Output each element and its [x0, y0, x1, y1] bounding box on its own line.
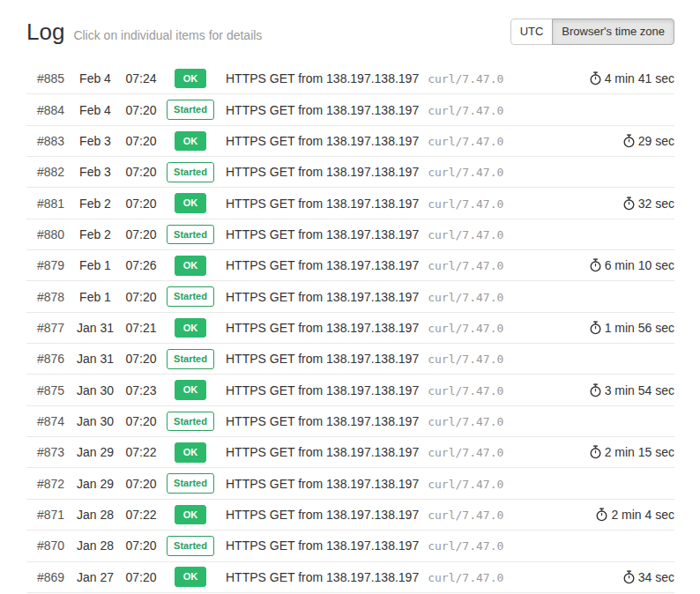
event-description: HTTPS GET from 138.197.138.197 curl/7.47… — [219, 508, 596, 522]
event-duration: 3 min 54 sec — [590, 383, 674, 397]
event-id: #879 — [26, 258, 71, 272]
log-row[interactable]: #876 Jan 31 07:20 Started HTTPS GET from… — [26, 344, 674, 375]
status-badge-cell: Started — [162, 100, 219, 120]
event-description: HTTPS GET from 138.197.138.197 curl/7.47… — [219, 321, 590, 335]
status-badge-cell: Started — [162, 536, 219, 556]
stopwatch-icon — [590, 383, 601, 397]
event-description: HTTPS GET from 138.197.138.197 curl/7.47… — [219, 352, 674, 366]
duration-label: 6 min 10 sec — [605, 258, 674, 272]
log-row[interactable]: #882 Feb 3 07:20 Started HTTPS GET from … — [26, 157, 674, 188]
event-duration: 29 sec — [623, 134, 674, 148]
log-row[interactable]: #880 Feb 2 07:20 Started HTTPS GET from … — [26, 219, 674, 250]
user-agent-text: curl/7.47.0 — [428, 415, 503, 428]
log-row[interactable]: #885 Feb 4 07:24 OK HTTPS GET from 138.1… — [26, 63, 674, 94]
user-agent-text: curl/7.47.0 — [428, 259, 503, 272]
log-page: Log Click on individual items for detail… — [0, 0, 700, 593]
status-badge: OK — [175, 380, 207, 400]
status-badge-cell: OK — [162, 69, 219, 89]
request-text: HTTPS GET from 138.197.138.197 — [226, 197, 419, 211]
status-badge-cell: Started — [162, 349, 219, 369]
event-date: Feb 4 — [71, 71, 120, 85]
utc-button[interactable]: UTC — [510, 19, 554, 45]
user-agent-text: curl/7.47.0 — [428, 353, 503, 366]
event-time: 07:23 — [120, 383, 162, 397]
status-badge-cell: Started — [162, 162, 219, 182]
log-row[interactable]: #881 Feb 2 07:20 OK HTTPS GET from 138.1… — [26, 188, 674, 219]
event-id: #884 — [26, 103, 71, 117]
event-date: Jan 31 — [71, 352, 120, 366]
event-date: Jan 28 — [71, 538, 120, 553]
stopwatch-icon — [623, 197, 635, 211]
log-row[interactable]: #884 Feb 4 07:20 Started HTTPS GET from … — [26, 94, 674, 125]
duration-label: 29 sec — [638, 134, 674, 148]
log-row[interactable]: #877 Jan 31 07:21 OK HTTPS GET from 138.… — [26, 313, 674, 344]
log-row[interactable]: #872 Jan 29 07:20 Started HTTPS GET from… — [26, 468, 674, 499]
stopwatch-icon — [623, 134, 635, 148]
event-id: #874 — [26, 414, 71, 428]
event-time: 07:20 — [120, 227, 162, 241]
event-time: 07:20 — [120, 165, 162, 179]
event-id: #878 — [26, 290, 71, 304]
request-text: HTTPS GET from 138.197.138.197 — [226, 352, 419, 366]
event-date: Feb 2 — [71, 227, 120, 241]
request-text: HTTPS GET from 138.197.138.197 — [226, 414, 419, 428]
user-agent-text: curl/7.47.0 — [428, 384, 503, 397]
log-row[interactable]: #870 Jan 28 07:20 Started HTTPS GET from… — [26, 531, 674, 561]
log-row[interactable]: #871 Jan 28 07:22 OK HTTPS GET from 138.… — [26, 500, 674, 531]
user-agent-text: curl/7.47.0 — [428, 197, 503, 211]
event-date: Feb 1 — [71, 290, 120, 304]
status-badge-cell: OK — [162, 256, 219, 276]
status-badge: OK — [175, 567, 207, 587]
event-duration: 2 min 15 sec — [590, 445, 674, 459]
event-id: #871 — [26, 508, 71, 522]
request-text: HTTPS GET from 138.197.138.197 — [226, 321, 419, 335]
status-badge-cell: OK — [162, 131, 219, 152]
event-time: 07:20 — [120, 197, 162, 211]
event-id: #882 — [26, 165, 71, 179]
duration-label: 1 min 56 sec — [605, 321, 674, 335]
request-text: HTTPS GET from 138.197.138.197 — [226, 258, 419, 272]
status-badge-cell: Started — [162, 412, 219, 432]
user-agent-text: curl/7.47.0 — [428, 478, 503, 491]
log-row[interactable]: #869 Jan 27 07:20 OK HTTPS GET from 138.… — [26, 562, 674, 593]
event-description: HTTPS GET from 138.197.138.197 curl/7.47… — [219, 227, 674, 241]
page-subtitle: Click on individual items for details — [73, 28, 262, 42]
log-row[interactable]: #883 Feb 3 07:20 OK HTTPS GET from 138.1… — [26, 126, 674, 157]
event-time: 07:20 — [120, 103, 162, 117]
user-agent-text: curl/7.47.0 — [428, 322, 503, 335]
log-row[interactable]: #878 Feb 1 07:20 Started HTTPS GET from … — [26, 281, 674, 312]
status-badge: Started — [167, 286, 214, 307]
request-text: HTTPS GET from 138.197.138.197 — [226, 570, 419, 584]
event-id: #880 — [26, 227, 71, 241]
user-agent-text: curl/7.47.0 — [428, 291, 503, 304]
status-badge: OK — [175, 256, 207, 276]
event-time: 07:26 — [120, 258, 162, 272]
log-row[interactable]: #875 Jan 30 07:23 OK HTTPS GET from 138.… — [26, 375, 674, 405]
status-badge: Started — [167, 100, 214, 120]
stopwatch-icon — [590, 71, 601, 85]
event-time: 07:20 — [120, 134, 162, 148]
event-id: #881 — [26, 197, 71, 211]
event-description: HTTPS GET from 138.197.138.197 curl/7.47… — [219, 538, 674, 553]
event-id: #885 — [26, 71, 71, 85]
event-description: HTTPS GET from 138.197.138.197 curl/7.47… — [219, 71, 590, 85]
request-text: HTTPS GET from 138.197.138.197 — [226, 165, 419, 179]
event-time: 07:20 — [120, 290, 162, 304]
duration-label: 34 sec — [638, 570, 674, 584]
event-id: #872 — [26, 477, 71, 491]
status-badge-cell: Started — [162, 286, 219, 307]
event-description: HTTPS GET from 138.197.138.197 curl/7.47… — [219, 258, 590, 272]
timezone-toggle: UTC Browser's time zone — [510, 19, 674, 45]
log-row[interactable]: #874 Jan 30 07:20 Started HTTPS GET from… — [26, 406, 674, 437]
event-description: HTTPS GET from 138.197.138.197 curl/7.47… — [219, 445, 590, 459]
status-badge-cell: OK — [162, 380, 219, 400]
log-row[interactable]: #879 Feb 1 07:26 OK HTTPS GET from 138.1… — [26, 250, 674, 281]
browser-timezone-button[interactable]: Browser's time zone — [552, 19, 674, 45]
status-badge: Started — [167, 225, 214, 245]
event-description: HTTPS GET from 138.197.138.197 curl/7.47… — [219, 165, 674, 179]
log-row[interactable]: #873 Jan 29 07:22 OK HTTPS GET from 138.… — [26, 437, 674, 468]
event-date: Jan 30 — [71, 383, 120, 397]
event-date: Jan 30 — [71, 414, 120, 428]
request-text: HTTPS GET from 138.197.138.197 — [226, 477, 419, 491]
event-description: HTTPS GET from 138.197.138.197 curl/7.47… — [219, 134, 623, 148]
